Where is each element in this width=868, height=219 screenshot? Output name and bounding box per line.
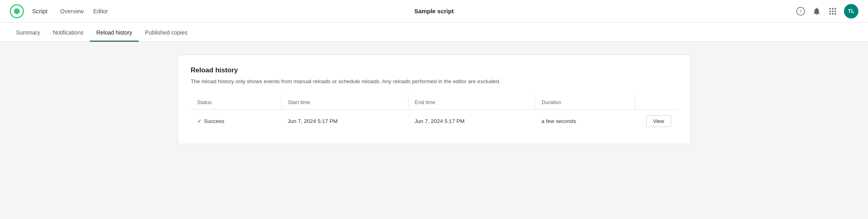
header-left: Script Overview Editor xyxy=(10,4,108,18)
col-header-status: Status xyxy=(191,95,281,110)
app-header: Script Overview Editor Sample script ? xyxy=(0,0,868,23)
svg-text:?: ? xyxy=(799,8,802,14)
table-header-row: Status Start time End time Duration xyxy=(191,95,678,110)
col-header-action xyxy=(635,95,677,110)
tab-notifications[interactable]: Notifications xyxy=(47,25,90,42)
view-button[interactable]: View xyxy=(646,115,671,127)
svg-rect-12 xyxy=(835,13,836,14)
col-header-duration: Duration xyxy=(535,95,635,110)
cell-end-time: Jun 7, 2024 5:17 PM xyxy=(408,110,535,133)
nav-overview[interactable]: Overview xyxy=(60,6,83,16)
svg-rect-10 xyxy=(830,13,831,14)
svg-rect-11 xyxy=(832,13,834,14)
table-header: Status Start time End time Duration xyxy=(191,95,678,110)
svg-point-1 xyxy=(14,8,20,14)
help-icon[interactable]: ? xyxy=(796,6,805,16)
status-cell: ✓ Success xyxy=(197,118,275,124)
history-table: Status Start time End time Duration ✓ Su… xyxy=(191,95,678,133)
svg-rect-5 xyxy=(832,8,834,9)
script-label: Script xyxy=(32,8,47,14)
bell-icon[interactable] xyxy=(812,6,821,16)
tab-reload-history[interactable]: Reload history xyxy=(90,25,139,42)
table-body: ✓ Success Jun 7, 2024 5:17 PM Jun 7, 202… xyxy=(191,110,678,133)
card-description: The reload history only shows events fro… xyxy=(191,78,678,86)
cell-action: View xyxy=(635,110,677,133)
reload-history-card: Reload history The reload history only s… xyxy=(178,55,691,144)
card-title: Reload history xyxy=(191,66,678,74)
header-nav: Overview Editor xyxy=(60,6,108,16)
svg-rect-6 xyxy=(835,8,836,9)
col-header-end-time: End time xyxy=(408,95,535,110)
svg-rect-9 xyxy=(835,10,836,12)
svg-rect-7 xyxy=(830,10,831,12)
cell-status: ✓ Success xyxy=(191,110,281,133)
svg-rect-8 xyxy=(832,10,834,12)
tab-published-copies[interactable]: Published copies xyxy=(139,25,194,42)
tab-summary[interactable]: Summary xyxy=(10,25,47,42)
svg-rect-4 xyxy=(830,8,831,9)
cell-duration: a few seconds xyxy=(535,110,635,133)
qlik-logo[interactable] xyxy=(10,4,24,18)
avatar[interactable]: TL xyxy=(844,4,858,18)
status-text: Success xyxy=(204,118,225,124)
nav-editor[interactable]: Editor xyxy=(93,6,108,16)
cell-start-time: Jun 7, 2024 5:17 PM xyxy=(281,110,409,133)
header-right: ? TL xyxy=(796,4,858,18)
page-title: Sample script xyxy=(414,8,453,14)
description-text: The reload history only shows events fro… xyxy=(191,78,501,84)
main-content: Reload history The reload history only s… xyxy=(0,42,868,157)
check-icon: ✓ xyxy=(197,118,202,124)
grid-icon[interactable] xyxy=(828,6,838,16)
col-header-start-time: Start time xyxy=(281,95,409,110)
table-row: ✓ Success Jun 7, 2024 5:17 PM Jun 7, 202… xyxy=(191,110,678,133)
tabs-bar: Summary Notifications Reload history Pub… xyxy=(0,23,868,42)
